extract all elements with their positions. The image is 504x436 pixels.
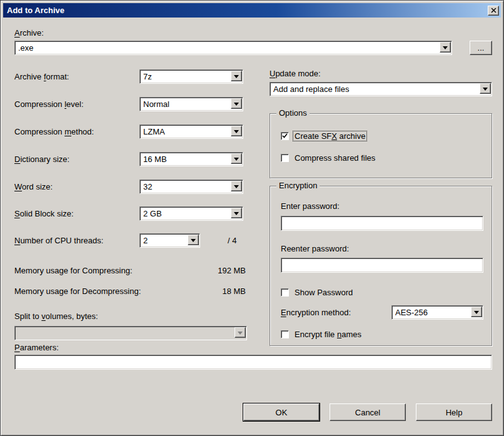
cpu-threads-value: 2	[143, 236, 148, 245]
chevron-down-icon	[234, 212, 239, 215]
enter-password-label: Enter password:	[281, 201, 340, 211]
encryption-method-value: AES-256	[395, 308, 428, 317]
dictionary-size-field[interactable]: 16 MB	[139, 152, 243, 166]
archive-name-dropdown-button[interactable]	[440, 42, 451, 53]
word-size-label: Word size:	[14, 182, 53, 192]
update-mode-field[interactable]: Add and replace files	[270, 82, 492, 96]
word-size-dropdown-button[interactable]	[231, 181, 242, 191]
compression-method-dropdown-button[interactable]	[231, 126, 242, 136]
cpu-threads-max: / 4	[228, 236, 236, 246]
cpu-threads-label: Number of CPU threads:	[14, 236, 103, 246]
options-groupbox: Options	[270, 113, 492, 178]
dictionary-size-select[interactable]: 16 MB	[139, 152, 243, 166]
archive-label: Archive:	[14, 28, 44, 38]
dictionary-size-dropdown-button[interactable]	[231, 153, 242, 164]
word-size-value: 32	[143, 182, 152, 191]
enter-password-input[interactable]	[281, 216, 483, 231]
compression-level-value: Normal	[143, 99, 169, 109]
cpu-threads-select[interactable]: 2	[139, 233, 200, 248]
cpu-threads-dropdown-button[interactable]	[188, 235, 199, 245]
encryption-group-title: Encryption	[276, 181, 320, 190]
encryption-method-dropdown-button[interactable]	[471, 307, 482, 317]
compress-shared-checkbox-row[interactable]: Compress shared files	[281, 153, 376, 163]
add-to-archive-dialog: Add to Archive Archive: .exe ... Archive…	[0, 0, 504, 436]
show-password-checkbox[interactable]	[281, 288, 289, 297]
chevron-down-icon	[234, 158, 239, 161]
check-icon	[282, 133, 288, 139]
encrypt-names-checkbox[interactable]	[281, 330, 289, 338]
encrypt-names-checkbox-row[interactable]: Encrypt file names	[281, 329, 363, 339]
parameters-label: Parameters:	[14, 343, 59, 353]
solid-block-size-label: Solid Block size:	[14, 209, 74, 219]
options-group-title: Options	[276, 108, 310, 118]
solid-block-size-dropdown-button[interactable]	[231, 208, 242, 218]
cancel-button-label: Cancel	[355, 408, 380, 417]
chevron-down-icon	[238, 332, 243, 335]
close-button[interactable]	[488, 6, 499, 16]
chevron-down-icon	[443, 46, 448, 49]
chevron-down-icon	[191, 239, 196, 242]
browse-button[interactable]: ...	[470, 41, 492, 55]
compression-method-label: Compression method:	[14, 127, 94, 137]
ok-button[interactable]: OK	[243, 403, 320, 421]
help-button[interactable]: Help	[416, 403, 492, 421]
help-button-label: Help	[446, 408, 463, 417]
cancel-button[interactable]: Cancel	[330, 403, 406, 421]
word-size-select[interactable]: 32	[139, 180, 243, 194]
chevron-down-icon	[234, 185, 239, 188]
solid-block-size-field[interactable]: 2 GB	[139, 206, 243, 221]
compression-level-dropdown-button[interactable]	[231, 98, 242, 109]
encryption-method-field[interactable]: AES-256	[391, 305, 483, 320]
browse-button-label: ...	[478, 43, 485, 53]
split-volumes-combobox[interactable]	[14, 326, 247, 340]
word-size-field[interactable]: 32	[139, 180, 243, 194]
compression-level-field[interactable]: Normal	[139, 97, 243, 111]
archive-name-combobox[interactable]: .exe	[14, 41, 452, 55]
compression-method-value: LZMA	[143, 127, 165, 136]
show-password-checkbox-row[interactable]: Show Password	[281, 287, 354, 297]
update-mode-select[interactable]: Add and replace files	[270, 82, 492, 96]
window-title: Add to Archive	[7, 6, 488, 15]
chevron-down-icon	[483, 88, 488, 91]
compression-level-select[interactable]: Normal	[139, 97, 243, 111]
archive-format-label: Archive format:	[14, 72, 69, 82]
memory-decompress-label: Memory usage for Decompressing:	[14, 286, 141, 297]
compression-method-select[interactable]: LZMA	[139, 124, 243, 139]
archive-format-value: 7z	[143, 72, 152, 81]
archive-format-field[interactable]: 7z	[139, 69, 243, 84]
archive-format-dropdown-button[interactable]	[231, 71, 242, 81]
compress-shared-checkbox[interactable]	[281, 154, 289, 162]
memory-compress-value: 192 MB	[183, 266, 246, 275]
close-icon	[491, 8, 496, 13]
chevron-down-icon	[474, 311, 479, 314]
encrypt-names-label: Encrypt file names	[293, 330, 363, 339]
split-volumes-field[interactable]	[14, 326, 247, 340]
archive-name-value: .exe	[18, 43, 34, 53]
compress-shared-label: Compress shared files	[293, 153, 376, 163]
memory-compress-label: Memory usage for Compressing:	[14, 266, 133, 276]
create-sfx-checkbox-row[interactable]: Create SFX archive	[281, 131, 366, 141]
create-sfx-label: Create SFX archive	[293, 131, 366, 141]
chevron-down-icon	[234, 103, 239, 106]
split-volumes-label: Split to volumes, bytes:	[14, 312, 98, 322]
update-mode-label: Update mode:	[270, 69, 321, 79]
titlebar[interactable]: Add to Archive	[3, 3, 501, 18]
reenter-password-input[interactable]	[281, 258, 483, 273]
dictionary-size-label: Dictionary size:	[14, 155, 69, 165]
chevron-down-icon	[234, 130, 239, 133]
archive-name-field[interactable]: .exe	[14, 41, 452, 55]
dictionary-size-value: 16 MB	[143, 155, 167, 164]
parameters-input[interactable]	[14, 355, 492, 370]
solid-block-size-select[interactable]: 2 GB	[139, 206, 243, 221]
split-volumes-dropdown-button[interactable]	[234, 327, 246, 338]
compression-method-field[interactable]: LZMA	[139, 124, 243, 139]
archive-format-select[interactable]: 7z	[139, 69, 243, 84]
encryption-method-label: Encryption method:	[281, 308, 351, 318]
memory-decompress-value: 18 MB	[183, 286, 246, 296]
update-mode-dropdown-button[interactable]	[480, 83, 491, 94]
reenter-password-label: Reenter password:	[281, 244, 349, 254]
update-mode-value: Add and replace files	[273, 84, 349, 94]
create-sfx-checkbox[interactable]	[281, 132, 289, 140]
show-password-label: Show Password	[293, 288, 354, 297]
encryption-method-select[interactable]: AES-256	[391, 305, 483, 320]
